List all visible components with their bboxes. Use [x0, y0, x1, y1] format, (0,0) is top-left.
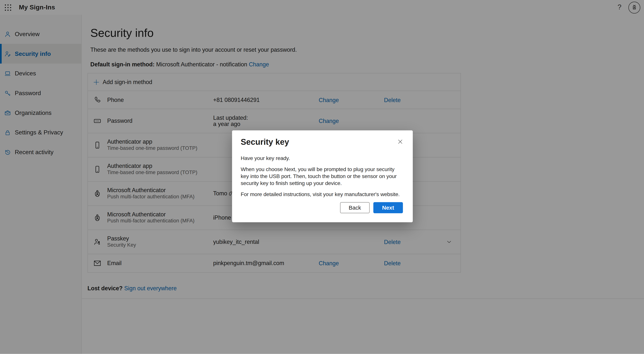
next-button[interactable]: Next — [374, 202, 403, 213]
dialog-title: Security key — [241, 137, 403, 147]
security-key-dialog: Security key Have your key ready. When y… — [232, 131, 413, 222]
dialog-paragraph-2: When you choose Next, you will be prompt… — [241, 166, 403, 186]
dialog-buttons: Back Next — [340, 202, 403, 213]
page: My Sign-Ins ? OverviewSecurity infoDevic… — [0, 0, 644, 354]
close-icon-glyph — [397, 139, 403, 145]
back-button[interactable]: Back — [340, 202, 370, 213]
security-key-dialog-body: Security key Have your key ready. When y… — [232, 131, 413, 222]
close-icon[interactable] — [397, 139, 403, 145]
dialog-paragraph-3: For more detailed instructions, visit yo… — [241, 191, 403, 197]
dialog-paragraph-1: Have your key ready. — [241, 155, 403, 162]
